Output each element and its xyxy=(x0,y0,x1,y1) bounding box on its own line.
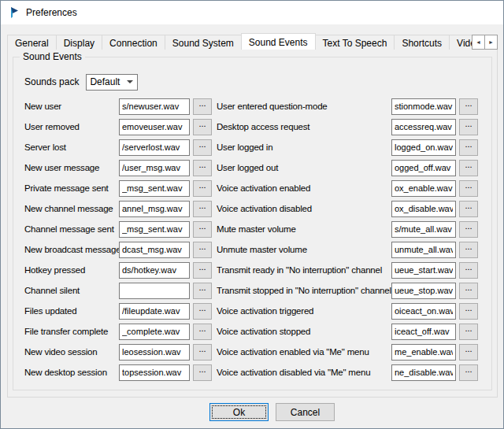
sound-event-row: Private message sent ... xyxy=(24,178,212,198)
tab-general[interactable]: General xyxy=(7,35,57,50)
sound-file-input[interactable] xyxy=(119,262,190,279)
tab-shortcuts[interactable]: Shortcuts xyxy=(394,35,450,50)
sound-event-row: Unmute master volume ... xyxy=(217,239,478,260)
sound-file-input[interactable] xyxy=(391,180,456,197)
browse-button[interactable]: ... xyxy=(193,139,212,156)
tab-text-to-speech[interactable]: Text To Speech xyxy=(315,35,395,50)
tab-scroll-left-button[interactable]: ◄ xyxy=(472,35,485,50)
sound-event-label: Voice activation enabled via "Me" menu xyxy=(217,347,391,357)
sound-event-row: Channel silent ... xyxy=(24,280,212,301)
browse-button[interactable]: ... xyxy=(193,324,212,340)
sound-file-input[interactable] xyxy=(391,201,456,217)
browse-button[interactable]: ... xyxy=(193,283,212,299)
sound-file-input[interactable] xyxy=(119,98,190,115)
sound-event-row: Hotkey pressed ... xyxy=(24,260,212,280)
sound-file-input[interactable] xyxy=(119,201,190,217)
browse-button[interactable]: ... xyxy=(459,98,478,115)
sounds-pack-label: Sounds pack xyxy=(24,76,79,87)
sound-event-label: Files updated xyxy=(24,306,119,316)
ok-button[interactable]: Ok xyxy=(209,403,269,421)
sound-event-row: Desktop access request ... xyxy=(217,116,478,137)
sound-file-input[interactable] xyxy=(391,262,456,279)
tab-video[interactable]: Video xyxy=(449,35,472,50)
sound-file-input[interactable] xyxy=(391,344,456,361)
sound-file-input[interactable] xyxy=(391,160,456,176)
sound-event-label: User entered question-mode xyxy=(217,102,391,111)
browse-button[interactable]: ... xyxy=(193,160,212,176)
browse-button[interactable]: ... xyxy=(459,201,478,217)
sound-file-input[interactable] xyxy=(119,160,190,176)
sound-event-label: Transmit ready in "No interruption" chan… xyxy=(217,265,391,275)
sound-event-row: Voice activation stopped ... xyxy=(217,321,478,342)
sound-file-input[interactable] xyxy=(119,364,190,381)
browse-button[interactable]: ... xyxy=(459,160,478,176)
browse-button[interactable]: ... xyxy=(459,283,478,299)
sound-file-input[interactable] xyxy=(391,119,456,135)
sound-event-label: Hotkey pressed xyxy=(24,265,119,275)
sound-event-row: User logged out ... xyxy=(217,157,478,178)
sound-file-input[interactable] xyxy=(119,242,190,258)
sound-events-groupbox: Sound Events Sounds pack Default New use… xyxy=(13,57,492,390)
title-bar: Preferences xyxy=(1,1,503,24)
sound-event-label: New user message xyxy=(24,163,119,172)
app-icon xyxy=(8,6,20,19)
sound-file-input[interactable] xyxy=(119,139,190,156)
sound-file-input[interactable] xyxy=(391,283,456,299)
sounds-pack-value: Default xyxy=(90,76,120,87)
browse-button[interactable]: ... xyxy=(459,364,478,381)
sound-file-input[interactable] xyxy=(391,221,456,238)
chevron-down-icon xyxy=(127,80,133,83)
sound-event-label: Channel message sent xyxy=(24,224,119,234)
browse-button[interactable]: ... xyxy=(193,180,212,197)
browse-button[interactable]: ... xyxy=(459,303,478,320)
sounds-pack-select[interactable]: Default xyxy=(86,74,138,91)
sound-event-row: Channel message sent ... xyxy=(24,219,212,239)
sound-file-input[interactable] xyxy=(391,242,456,258)
browse-button[interactable]: ... xyxy=(459,139,478,156)
sound-event-label: Private message sent xyxy=(24,183,119,193)
browse-button[interactable]: ... xyxy=(193,221,212,238)
sound-file-input[interactable] xyxy=(391,324,456,340)
sound-event-row: New video session ... xyxy=(24,342,212,362)
browse-button[interactable]: ... xyxy=(459,324,478,340)
browse-button[interactable]: ... xyxy=(193,364,212,381)
sound-file-input[interactable] xyxy=(391,139,456,156)
tab-display[interactable]: Display xyxy=(56,35,102,50)
sound-event-label: Unmute master volume xyxy=(217,245,391,254)
cancel-button[interactable]: Cancel xyxy=(276,403,335,421)
sound-file-input[interactable] xyxy=(119,303,190,320)
browse-button[interactable]: ... xyxy=(193,262,212,279)
browse-button[interactable]: ... xyxy=(459,344,478,361)
tab-sound-events[interactable]: Sound Events xyxy=(241,33,316,50)
tab-scroll-right-button[interactable]: ► xyxy=(484,35,498,50)
sound-event-row: New broadcast message ... xyxy=(24,239,212,260)
browse-button[interactable]: ... xyxy=(459,242,478,258)
sound-event-label: File transfer complete xyxy=(24,327,119,336)
sound-file-input[interactable] xyxy=(391,364,456,381)
tab-sound-system[interactable]: Sound System xyxy=(165,35,242,50)
browse-button[interactable]: ... xyxy=(193,98,212,115)
groupbox-title: Sound Events xyxy=(20,51,85,62)
browse-button[interactable]: ... xyxy=(193,201,212,217)
browse-button[interactable]: ... xyxy=(459,180,478,197)
preferences-dialog: Preferences GeneralDisplayConnectionSoun… xyxy=(0,0,504,429)
sound-file-input[interactable] xyxy=(119,221,190,238)
browse-button[interactable]: ... xyxy=(193,303,212,320)
sound-event-row: Voice activation disabled via "Me" menu … xyxy=(217,362,478,383)
sound-file-input[interactable] xyxy=(119,119,190,135)
sound-event-label: Voice activation stopped xyxy=(217,327,391,336)
browse-button[interactable]: ... xyxy=(459,262,478,279)
sound-file-input[interactable] xyxy=(391,303,456,320)
sound-file-input[interactable] xyxy=(119,283,190,299)
sound-file-input[interactable] xyxy=(119,180,190,197)
sound-file-input[interactable] xyxy=(391,98,456,115)
browse-button[interactable]: ... xyxy=(193,242,212,258)
browse-button[interactable]: ... xyxy=(459,119,478,135)
sound-event-row: New desktop session ... xyxy=(24,362,212,383)
tab-connection[interactable]: Connection xyxy=(102,35,165,50)
sound-file-input[interactable] xyxy=(119,344,190,361)
browse-button[interactable]: ... xyxy=(193,344,212,361)
browse-button[interactable]: ... xyxy=(193,119,212,135)
browse-button[interactable]: ... xyxy=(459,221,478,238)
sound-file-input[interactable] xyxy=(119,324,190,340)
